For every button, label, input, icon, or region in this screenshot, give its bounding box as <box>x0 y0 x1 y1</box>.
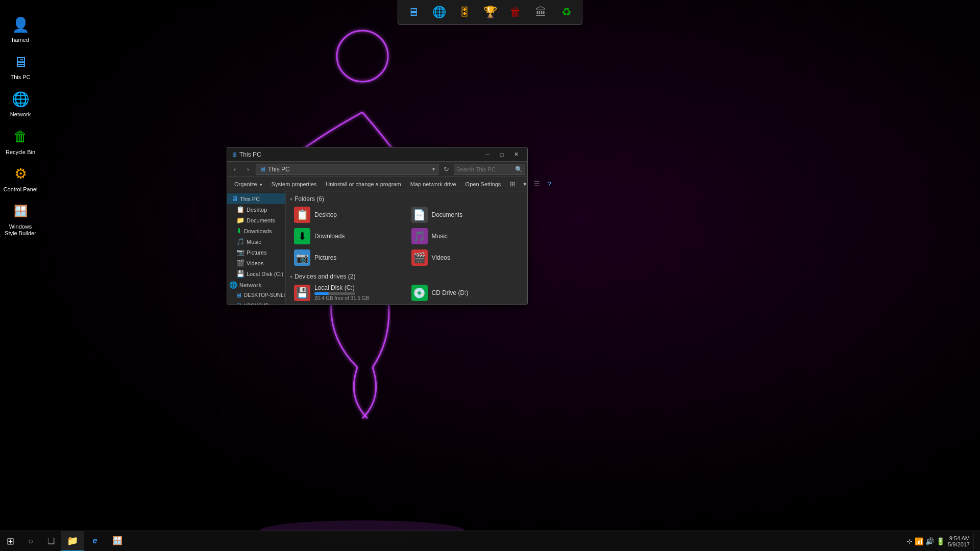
sidebar-this-pc-icon: 🖥 <box>231 195 238 203</box>
folder-item-documents[interactable]: 📄 Documents <box>407 205 524 225</box>
desktop-icon-this-pc[interactable]: 🖥 This PC <box>0 47 41 85</box>
toolbar-network-btn[interactable]: 🌐 <box>428 2 450 22</box>
sidebar-item-vboxsvr[interactable]: 🖥 VBOXSVR <box>227 300 285 305</box>
sidebar-desktop-icon: 📋 <box>236 206 244 213</box>
taskbar-time[interactable]: 9:54 AM 5/9/2017 <box>948 535 970 547</box>
drive-bar-container-c <box>314 292 355 295</box>
taskbar-app-file-explorer[interactable]: 📁 <box>61 531 84 552</box>
folder-item-music[interactable]: 🎵 Music <box>407 226 524 246</box>
taskbar-volume-icon[interactable]: 🔊 <box>925 537 934 545</box>
sidebar-item-pictures[interactable]: 📷 Pictures <box>227 247 285 258</box>
menu-map-network[interactable]: Map network drive <box>406 180 460 189</box>
network-icon: 🌐 <box>10 89 31 109</box>
start-button[interactable]: ⊞ <box>0 531 20 552</box>
drives-section-header[interactable]: ▾ Devices and drives (2) <box>290 271 523 282</box>
main-panel: ▾ Folders (6) 📋 Desktop 📄 Documents ⬇ Do… <box>286 191 527 305</box>
sidebar-item-desktop-sunli[interactable]: 🖥 DESKTOP-SUNLI <box>227 290 285 300</box>
recycle-bin-label: Recycle Bin <box>6 149 35 156</box>
control-panel-label: Control Panel <box>4 186 38 193</box>
sidebar-item-desktop[interactable]: 📋 Desktop <box>227 204 285 215</box>
toolbar-bank-btn[interactable]: 🏛 <box>530 2 552 22</box>
search-input[interactable] <box>456 166 515 172</box>
help-btn[interactable]: ? <box>544 179 555 190</box>
taskbar-app-edge[interactable]: e <box>84 531 106 552</box>
drive-info-c: Local Disk (C:) 20.4 GB free of 31.5 GB <box>314 284 369 301</box>
top-toolbar: 🖥 🌐 🎛 🏆 🗑 🏛 ♻ <box>398 0 582 25</box>
folder-icon-pictures: 📷 <box>294 249 310 266</box>
hamed-icon: 👤 <box>10 14 31 35</box>
toolbar-mixer-btn[interactable]: 🎛 <box>453 2 476 22</box>
control-panel-icon: ⚙ <box>10 164 31 184</box>
taskbar-app-style-builder[interactable]: 🪟 <box>106 531 129 552</box>
drive-item-local-disk-c[interactable]: 💾 Local Disk (C:) 20.4 GB free of 31.5 G… <box>290 282 406 303</box>
back-button[interactable]: ‹ <box>229 164 240 175</box>
folder-icon-music: 🎵 <box>411 228 428 244</box>
sidebar-localdisk-icon: 💾 <box>236 270 244 278</box>
address-dropdown-arrow[interactable]: ▾ <box>432 166 435 172</box>
folder-item-desktop[interactable]: 📋 Desktop <box>290 205 406 225</box>
folder-item-pictures[interactable]: 📷 Pictures <box>290 247 406 268</box>
toolbar-monitor-btn[interactable]: 🖥 <box>402 2 425 22</box>
drives-grid: 💾 Local Disk (C:) 20.4 GB free of 31.5 G… <box>290 282 523 303</box>
title-bar: 🖥 This PC ─ □ ✕ <box>227 147 527 162</box>
taskbar: ⊞ ○ ❑ 📁 e 🪟 ⊹ 📶 🔊 🔋 9:54 AM 5/9/2017 <box>0 531 980 551</box>
view-dropdown-btn[interactable]: ▾ <box>519 179 530 190</box>
menu-open-settings[interactable]: Open Settings <box>461 180 505 189</box>
sidebar-item-local-disk[interactable]: 💾 Local Disk (C:) <box>227 268 285 279</box>
organize-dropdown-arrow: ▾ <box>260 182 262 187</box>
sidebar-item-videos[interactable]: 🎬 Videos <box>227 258 285 268</box>
address-bar[interactable]: 🖥 This PC ▾ <box>256 164 438 175</box>
toolbar-trash-btn[interactable]: 🗑 <box>504 2 527 22</box>
sidebar-item-documents[interactable]: 📁 Documents <box>227 215 285 226</box>
sidebar-item-music[interactable]: 🎵 Music <box>227 236 285 247</box>
clock-time: 9:54 AM <box>948 535 970 541</box>
desktop-icon-recycle-bin[interactable]: 🗑 Recycle Bin <box>0 122 41 160</box>
sidebar-item-downloads[interactable]: ⬇ Downloads <box>227 226 285 236</box>
menu-uninstall[interactable]: Uninstall or change a program <box>322 180 405 189</box>
search-bar[interactable]: 🔍 <box>454 164 525 175</box>
cortana-button[interactable]: ○ <box>20 531 41 552</box>
window-title: This PC <box>239 151 261 158</box>
menu-organize[interactable]: Organize ▾ <box>230 180 266 189</box>
drive-icon-cd-drive-d: 💿 <box>411 285 428 301</box>
nav-bar: ‹ › 🖥 This PC ▾ ↻ 🔍 <box>227 162 527 177</box>
view-details-btn[interactable]: ☰ <box>531 179 543 190</box>
search-icon[interactable]: 🔍 <box>515 166 523 173</box>
menu-bar: Organize ▾ System properties Uninstall o… <box>227 177 527 191</box>
sidebar-item-this-pc[interactable]: 🖥 This PC <box>227 193 285 204</box>
drive-item-cd-drive-d[interactable]: 💿 CD Drive (D:) <box>407 282 524 303</box>
network-label: Network <box>10 111 31 118</box>
desktop-icon-windows-style-builder[interactable]: 🪟 Windows Style Builder <box>0 197 41 241</box>
toolbar-trophy-btn[interactable]: 🏆 <box>479 2 501 22</box>
address-computer-icon: 🖥 <box>259 165 266 173</box>
desktop-icon-control-panel[interactable]: ⚙ Control Panel <box>0 160 41 197</box>
maximize-button[interactable]: □ <box>495 147 509 162</box>
content-area: 🖥 This PC 📋 Desktop 📁 Documents ⬇ Downlo… <box>227 191 527 305</box>
close-button[interactable]: ✕ <box>509 147 523 162</box>
show-desktop-button[interactable] <box>973 534 976 549</box>
sidebar-downloads-icon: ⬇ <box>236 227 242 235</box>
task-view-button[interactable]: ❑ <box>41 531 61 552</box>
folders-section-header[interactable]: ▾ Folders (6) <box>290 193 523 205</box>
window-controls: ─ □ ✕ <box>480 147 523 162</box>
toolbar-recycle-btn[interactable]: ♻ <box>555 2 578 22</box>
menu-system-properties[interactable]: System properties <box>267 180 321 189</box>
taskbar-battery-icon[interactable]: 🔋 <box>936 537 945 545</box>
style-builder-label: Windows Style Builder <box>2 223 39 237</box>
svg-point-0 <box>337 31 388 82</box>
sidebar-network-header[interactable]: 🌐 Network <box>227 279 285 290</box>
refresh-button[interactable]: ↻ <box>440 164 452 175</box>
sidebar-music-icon: 🎵 <box>236 238 244 245</box>
this-pc-icon: 🖥 <box>10 52 31 72</box>
forward-button[interactable]: › <box>242 164 254 175</box>
desktop-icon-hamed[interactable]: 👤 hamed <box>0 10 41 47</box>
desktop-icon-network[interactable]: 🌐 Network <box>0 85 41 122</box>
recycle-bin-icon: 🗑 <box>10 127 31 147</box>
folder-item-videos[interactable]: 🎬 Videos <box>407 247 524 268</box>
view-tiles-btn[interactable]: ⊞ <box>507 179 518 190</box>
minimize-button[interactable]: ─ <box>480 147 495 162</box>
taskbar-wifi-icon[interactable]: 📶 <box>915 537 923 545</box>
folder-item-downloads[interactable]: ⬇ Downloads <box>290 226 406 246</box>
folder-icon-desktop: 📋 <box>294 207 310 223</box>
taskbar-network-icon[interactable]: ⊹ <box>906 537 913 545</box>
